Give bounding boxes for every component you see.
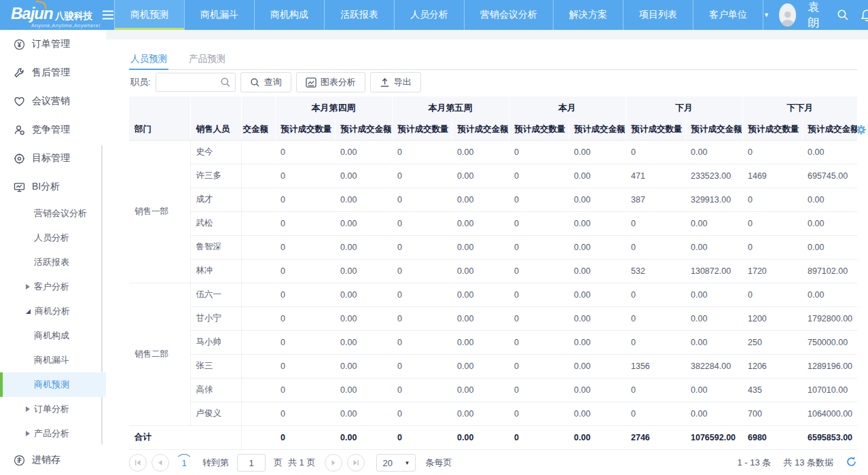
value-cell: 1469 [742, 164, 802, 188]
sidebar-item-9[interactable]: 客户分析 [0, 275, 106, 299]
value-cell: 0.00 [685, 330, 742, 354]
first-page-button[interactable] [129, 454, 147, 472]
content-area: 人员预测 产品预测 职员: 查询 图表分析 [106, 30, 868, 475]
sidebar-item-15[interactable]: 产品分析 [0, 421, 106, 446]
nav-item-4[interactable]: 人员分析 [394, 0, 464, 30]
value-cell: 0 [742, 140, 802, 164]
total-value-cell: 2746 [626, 425, 685, 449]
sidebar: 订单管理售后管理会议营销竞争管理目标管理BI分析营销会议分析人员分析活跃报表客户… [0, 30, 106, 475]
tab-personnel-forecast[interactable]: 人员预测 [129, 51, 168, 70]
main-area: 订单管理售后管理会议营销竞争管理目标管理BI分析营销会议分析人员分析活跃报表客户… [0, 30, 868, 475]
sidebar-item-4[interactable]: 目标管理 [0, 144, 106, 173]
sidebar-item-label: 商机预测 [34, 379, 69, 391]
nav-item-5[interactable]: 营销会议分析 [464, 0, 553, 30]
value-cell: 0.00 [452, 235, 509, 259]
sidebar-item-13[interactable]: 商机预测 [0, 372, 106, 397]
value-cell: 0.00 [568, 235, 626, 259]
sidebar-item-3[interactable]: 竞争管理 [0, 116, 106, 144]
tree-expanded-icon[interactable] [26, 309, 31, 314]
column-settings-gear-icon[interactable] [856, 124, 867, 138]
avatar[interactable] [779, 3, 797, 27]
goto-page-input[interactable] [237, 454, 266, 472]
chart-analysis-button[interactable]: 图表分析 [296, 72, 365, 92]
value-cell: 0 [626, 140, 685, 164]
value-cell: 0.00 [335, 354, 392, 378]
nav-item-1[interactable]: 商机漏斗 [184, 0, 254, 30]
sidebar-item-14[interactable]: 订单分析 [0, 397, 106, 421]
table-row: 张三00.0000.0000.001356382284.001206128919… [129, 354, 857, 378]
value-cell: 0.00 [568, 306, 626, 330]
nav-item-2[interactable]: 商机构成 [254, 0, 324, 30]
sidebar-item-6[interactable]: 营销会议分析 [0, 201, 106, 226]
nav-item-8[interactable]: 客户单位 [693, 0, 763, 30]
last-page-button[interactable] [347, 454, 365, 472]
search-icon[interactable] [220, 77, 231, 90]
nav-item-6[interactable]: 解决方案 [553, 0, 623, 30]
sidebar-item-8[interactable]: 活跃报表 [0, 250, 106, 275]
tree-collapsed-icon[interactable] [26, 406, 30, 412]
value-cell: 0.00 [568, 259, 626, 283]
sidebar-item-0[interactable]: 订单管理 [0, 30, 106, 58]
value-cell: 0.00 [335, 283, 392, 306]
value-cell: 0.00 [802, 211, 857, 235]
nav-dropdown[interactable]: ▼ [763, 0, 779, 30]
value-cell: 0.00 [685, 235, 742, 259]
column-header: 预计成交数量 [742, 119, 802, 140]
query-button[interactable]: 查询 [240, 72, 291, 92]
value-cell: 0 [392, 235, 452, 259]
nav-item-3[interactable]: 活跃报表 [324, 0, 394, 30]
tab-product-forecast[interactable]: 产品预测 [187, 51, 227, 69]
sidebar-scrollbar[interactable] [101, 145, 103, 444]
value-cell: 382284.00 [685, 354, 742, 378]
prev-page-button[interactable] [151, 454, 169, 472]
header-spacer [129, 96, 190, 119]
value-cell: 0.00 [452, 402, 509, 425]
value-cell: 0.00 [335, 211, 392, 235]
sidebar-item-11[interactable]: 商机构成 [0, 323, 106, 348]
value-cell: 0.00 [802, 235, 857, 259]
value-cell: 0 [509, 164, 568, 188]
search-icon[interactable] [837, 9, 849, 21]
sidebar-item-5[interactable]: BI分析 [0, 173, 106, 201]
value-cell: 0.00 [452, 164, 509, 188]
sidebar-item-2[interactable]: 会议营销 [0, 87, 106, 116]
page-size-select[interactable]: 20 ▼ [376, 454, 416, 472]
nav-item-0[interactable]: 商机预测 [114, 0, 184, 30]
column-header: 预计成交数量 [626, 119, 685, 140]
value-cell: 1064000.00 [802, 402, 857, 425]
tree-collapsed-icon[interactable] [26, 284, 30, 289]
value-cell: 0 [392, 164, 452, 188]
clipped-amount-cell [241, 283, 275, 306]
user-name[interactable]: 袁朗 [808, 0, 825, 31]
current-page-button[interactable]: 1 [175, 454, 193, 472]
refresh-icon[interactable] [846, 456, 857, 470]
salesperson-cell: 伍六一 [190, 283, 241, 306]
sidebar-item-12[interactable]: 商机漏斗 [0, 348, 106, 372]
brand-name-cn: 八骏科技 [55, 10, 93, 22]
clipped-amount-cell [241, 140, 275, 164]
export-button[interactable]: 导出 [370, 72, 421, 92]
column-header: 预计成交金额 [685, 119, 742, 140]
salesperson-cell: 高俅 [190, 378, 241, 402]
salesperson-cell: 鲁智深 [190, 235, 241, 259]
hamburger-menu-icon[interactable] [102, 0, 114, 30]
sidebar-item-16[interactable]: 进销存 [0, 446, 106, 474]
tree-collapsed-icon[interactable] [26, 431, 30, 436]
group-header-4: 下下月 [742, 96, 857, 119]
value-cell: 250 [742, 330, 802, 354]
sidebar-item-10[interactable]: 商机分析 [0, 299, 106, 323]
sidebar-item-label: 竞争管理 [32, 124, 70, 136]
value-cell: 0 [275, 211, 335, 235]
salesperson-cell: 张三 [190, 354, 241, 378]
sidebar-item-label: 会议营销 [32, 95, 70, 107]
nav-item-7[interactable]: 项目列表 [623, 0, 693, 30]
sidebar-item-1[interactable]: 售后管理 [0, 58, 106, 87]
bell-icon[interactable] [861, 9, 868, 22]
value-cell: 0.00 [568, 402, 626, 425]
sidebar-item-7[interactable]: 人员分析 [0, 226, 106, 250]
value-cell: 0.00 [335, 188, 392, 211]
brand-logo[interactable]: Bajun 八骏科技 Anyone,Anytime,Anywhere! [0, 0, 102, 30]
clipped-amount-cell [241, 306, 275, 330]
next-page-button[interactable] [325, 454, 342, 472]
value-cell: 329913.00 [685, 188, 742, 211]
